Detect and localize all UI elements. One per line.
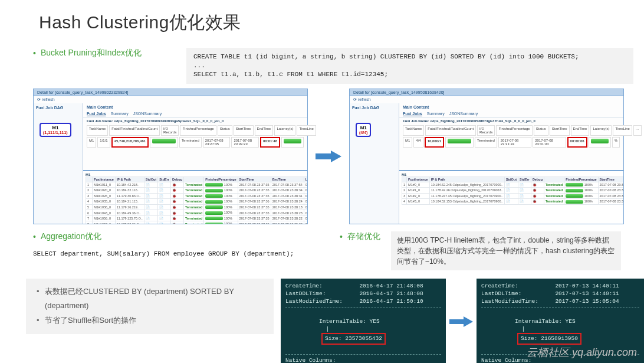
io-records-highlight: 45,746,218,706,461: [111, 137, 149, 148]
internal-table-label: InternalTable: YES: [515, 318, 576, 325]
main-content-label: Main Content: [399, 103, 623, 109]
tab-jsonsummary[interactable]: JSONSummary: [449, 112, 478, 116]
bullet-dot-icon: •: [33, 232, 36, 241]
summary-data-row: M1 4/4 10,000/1 Terminated 2017-07-08 23…: [403, 137, 620, 148]
table-row: 5M1#1036_011.179.16.219..📄📄🐞Terminated 1…: [86, 204, 308, 210]
size-highlight-before: Size: 23573055432: [321, 333, 386, 344]
table-row: 3M1#2_011.178.247.45.Odps/odps_flighting…: [402, 193, 624, 199]
main-content-label: Main Content: [83, 103, 307, 109]
aggregation-heading: • Aggregation优化: [33, 231, 316, 242]
aggregation-heading-text: Aggregation优化: [41, 231, 102, 242]
tab-fuxi-jobs[interactable]: Fuxi Jobs: [87, 112, 106, 116]
arrow-icon: [314, 151, 343, 162]
dag-panel-before: Detail for [console_query_task_149980223…: [33, 89, 308, 224]
dag-node-m1-before: M1 (1,111/1,111): [40, 123, 71, 137]
table-row: 3M1#1026_011.179.30.83.O..📄📄🐞Terminated …: [86, 193, 308, 199]
bucket-sql-block: CREATE TABLE t1 (id bigint, a string, b …: [186, 48, 633, 84]
dag-window-header: Detail for [console_query_task_149980223…: [34, 89, 307, 96]
list-item: 表数据已经CLUSTERED BY (department) SORTED BY…: [37, 284, 263, 313]
storage-heading-text: 存储优化: [347, 231, 380, 242]
fuxi-dag-label: Fuxi Job DAG: [36, 106, 80, 110]
table-row: 2M1#1_011.178.42.26.Odps/odps_flighting_…: [402, 188, 624, 194]
fuxi-job-name: Fuxi Job Name: odps_flighting_2017070906…: [399, 117, 623, 123]
list-item: 节省了Shuffle和Sort的操作: [37, 313, 263, 328]
fuxi-job-name: Fuxi Job Name: odps_flighting_2017070906…: [83, 117, 307, 123]
instance-table-after: FuxiInstanceIP & PathStdOutStdErrDebugFi…: [402, 176, 623, 205]
internal-table-label: InternalTable: YES: [319, 318, 380, 325]
tab-jsonsummary[interactable]: JSONSummary: [133, 112, 162, 116]
tab-summary[interactable]: Summary: [111, 112, 129, 116]
table-row: 7M1#1056_011.179.125.70.O..📄📄🐞Terminated…: [86, 215, 308, 221]
table-meta-after: CreateTime: 2017-07-13 14:40:11 LastDDLT…: [477, 279, 644, 363]
table-row: 2M1#1020_010.184.32.116..📄📄🐞Terminated 1…: [86, 188, 308, 194]
dag-node-name: M1: [359, 125, 367, 130]
latency-highlight: 00:00:06: [567, 137, 587, 148]
storage-heading: • 存储优化: [340, 231, 380, 242]
arrow-icon: [449, 316, 473, 329]
bullet-dot-icon: •: [340, 232, 343, 241]
table-row: 1M1#1011_010.184.42.218..📄📄🐞Terminated 1…: [86, 182, 308, 188]
latency-highlight: 00:01:48: [260, 137, 280, 148]
dag-tabs[interactable]: Fuxi Jobs Summary JSONSummary: [83, 109, 307, 117]
table-row: 4M1#1035_010.184.21.115..📄📄🐞Terminated 1…: [86, 199, 308, 205]
bucket-heading-text: Bucket Pruning和Index优化: [41, 48, 142, 58]
table-meta-before: CreateTime: 2016-04-17 21:48:08 LastDDLT…: [281, 279, 446, 363]
svg-marker-0: [316, 151, 341, 162]
dag-node-count: (1,111/1,111): [43, 130, 68, 135]
dag-panel-after: Detail for [console_query_task_149950816…: [349, 89, 624, 224]
table-row: 4M1#3_010.184.52.153.Odps/odps_flighting…: [402, 199, 624, 205]
table-row: 1M1#0_010.184.52.245.Odps/odps_flighting…: [402, 182, 624, 188]
bullet-dot-icon: •: [33, 48, 36, 58]
summary-header-row: TaskName Fatal/Finished/TotalInstCount I…: [403, 125, 620, 136]
io-records-highlight: 10,000/1: [425, 137, 444, 148]
dag-node-name: M1: [43, 125, 68, 130]
storage-description: 使用100G TPC-H lineitem表，包含了int，double，str…: [391, 231, 621, 270]
fuxi-dag-label: Fuxi Job DAG: [352, 106, 396, 110]
dag-node-count: (4/4): [359, 130, 367, 135]
dag-tabs[interactable]: Fuxi Jobs Summary JSONSummary: [399, 109, 623, 117]
svg-marker-1: [449, 316, 473, 327]
table-row: 6M1#1043_010.184.49.36.O..📄📄🐞Terminated …: [86, 210, 308, 216]
aggregation-notes-box: 表数据已经CLUSTERED BY (department) SORTED BY…: [26, 279, 274, 334]
size-highlight-after: Size: 21658913950: [517, 333, 581, 344]
aggregation-sql: SELECT department, SUM(salary) FROM empl…: [33, 250, 316, 257]
summary-header-row: TaskName Fatal/Finished/TotalInstCount I…: [87, 125, 304, 136]
slide-title: Hash Clustering优化效果: [0, 0, 644, 35]
tab-fuxi-jobs[interactable]: Fuxi Jobs: [403, 112, 422, 116]
dag-window-header: Detail for [console_query_task_149950816…: [350, 89, 623, 96]
dag-node-m1-after: M1 (4/4): [356, 123, 371, 137]
table-row: 8M1#1057_011.178.23.36.O..📄📄🐞Terminated …: [86, 221, 308, 224]
summary-data-row: M1 1/1/1 45,746,218,706,461 Terminated 2…: [87, 137, 304, 148]
tab-summary[interactable]: Summary: [427, 112, 445, 116]
instance-table-before: FuxiInstanceIP & PathStdOutStdErrDebugFi…: [86, 176, 307, 224]
bucket-pruning-heading: • Bucket Pruning和Index优化: [33, 48, 175, 58]
